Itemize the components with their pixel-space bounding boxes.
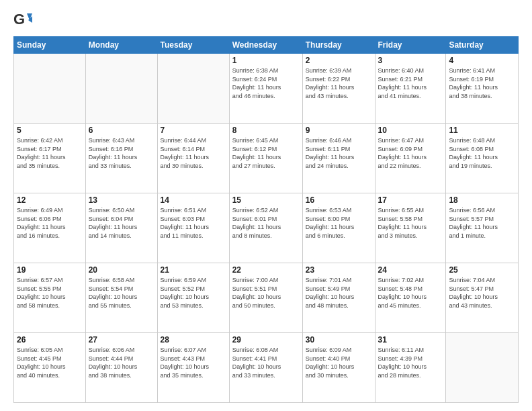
weekday-header-row: SundayMondayTuesdayWednesdayThursdayFrid…	[14, 37, 519, 54]
calendar-cell: 11Sunrise: 6:48 AM Sunset: 6:08 PM Dayli…	[446, 124, 519, 193]
day-number: 13	[89, 195, 154, 205]
calendar-cell: 18Sunrise: 6:56 AM Sunset: 5:57 PM Dayli…	[446, 193, 519, 263]
calendar-cell: 23Sunrise: 7:01 AM Sunset: 5:49 PM Dayli…	[302, 263, 375, 333]
day-info: Sunrise: 6:43 AM Sunset: 6:16 PM Dayligh…	[89, 136, 154, 170]
weekday-header: Thursday	[302, 37, 375, 54]
page-header: G	[13, 11, 519, 30]
calendar-cell	[446, 333, 519, 403]
calendar-cell: 20Sunrise: 6:58 AM Sunset: 5:54 PM Dayli…	[85, 263, 157, 333]
day-info: Sunrise: 6:41 AM Sunset: 6:19 PM Dayligh…	[449, 66, 515, 100]
calendar-cell: 9Sunrise: 6:46 AM Sunset: 6:11 PM Daylig…	[302, 124, 375, 193]
calendar-cell: 17Sunrise: 6:55 AM Sunset: 5:58 PM Dayli…	[375, 193, 446, 263]
day-info: Sunrise: 6:40 AM Sunset: 6:21 PM Dayligh…	[378, 66, 443, 100]
calendar-cell	[14, 54, 86, 124]
day-number: 22	[232, 265, 300, 275]
day-info: Sunrise: 6:07 AM Sunset: 4:43 PM Dayligh…	[161, 346, 226, 379]
day-info: Sunrise: 6:53 AM Sunset: 6:00 PM Dayligh…	[306, 206, 372, 240]
day-number: 15	[232, 195, 300, 205]
calendar-week-row: 19Sunrise: 6:57 AM Sunset: 5:55 PM Dayli…	[14, 263, 519, 333]
weekday-header: Wednesday	[229, 37, 302, 54]
day-number: 19	[17, 265, 83, 275]
calendar-week-row: 5Sunrise: 6:42 AM Sunset: 6:17 PM Daylig…	[14, 124, 519, 193]
day-number: 25	[449, 265, 515, 275]
day-info: Sunrise: 6:49 AM Sunset: 6:06 PM Dayligh…	[17, 206, 83, 240]
day-number: 29	[232, 335, 300, 345]
day-number: 17	[378, 195, 443, 205]
day-number: 2	[306, 56, 372, 65]
day-info: Sunrise: 6:47 AM Sunset: 6:09 PM Dayligh…	[378, 136, 443, 170]
calendar-cell: 10Sunrise: 6:47 AM Sunset: 6:09 PM Dayli…	[375, 124, 446, 193]
svg-text:G: G	[13, 11, 25, 28]
day-info: Sunrise: 7:04 AM Sunset: 5:47 PM Dayligh…	[449, 276, 515, 310]
calendar-cell: 8Sunrise: 6:45 AM Sunset: 6:12 PM Daylig…	[229, 124, 302, 193]
logo: G	[13, 11, 35, 30]
weekday-header: Monday	[85, 37, 157, 54]
calendar-week-row: 26Sunrise: 6:05 AM Sunset: 4:45 PM Dayli…	[14, 333, 519, 403]
day-number: 5	[17, 126, 83, 135]
calendar-cell: 6Sunrise: 6:43 AM Sunset: 6:16 PM Daylig…	[85, 124, 157, 193]
weekday-header: Sunday	[14, 37, 86, 54]
calendar-cell: 15Sunrise: 6:52 AM Sunset: 6:01 PM Dayli…	[229, 193, 302, 263]
day-info: Sunrise: 6:56 AM Sunset: 5:57 PM Dayligh…	[449, 206, 515, 240]
calendar-cell: 12Sunrise: 6:49 AM Sunset: 6:06 PM Dayli…	[14, 193, 86, 263]
calendar-cell: 2Sunrise: 6:39 AM Sunset: 6:22 PM Daylig…	[302, 54, 375, 124]
day-number: 4	[449, 56, 515, 65]
calendar-cell: 25Sunrise: 7:04 AM Sunset: 5:47 PM Dayli…	[446, 263, 519, 333]
calendar-cell: 16Sunrise: 6:53 AM Sunset: 6:00 PM Dayli…	[302, 193, 375, 263]
day-info: Sunrise: 6:50 AM Sunset: 6:04 PM Dayligh…	[89, 206, 154, 240]
day-info: Sunrise: 6:46 AM Sunset: 6:11 PM Dayligh…	[306, 136, 372, 170]
day-info: Sunrise: 6:55 AM Sunset: 5:58 PM Dayligh…	[378, 206, 443, 240]
calendar-week-row: 12Sunrise: 6:49 AM Sunset: 6:06 PM Dayli…	[14, 193, 519, 263]
calendar-cell: 24Sunrise: 7:02 AM Sunset: 5:48 PM Dayli…	[375, 263, 446, 333]
calendar-cell: 29Sunrise: 6:08 AM Sunset: 4:41 PM Dayli…	[229, 333, 302, 403]
day-info: Sunrise: 6:05 AM Sunset: 4:45 PM Dayligh…	[17, 346, 83, 379]
day-number: 20	[89, 265, 154, 275]
day-info: Sunrise: 6:08 AM Sunset: 4:41 PM Dayligh…	[232, 346, 300, 379]
day-number: 9	[306, 126, 372, 135]
day-info: Sunrise: 7:01 AM Sunset: 5:49 PM Dayligh…	[306, 276, 372, 310]
day-info: Sunrise: 6:06 AM Sunset: 4:44 PM Dayligh…	[89, 346, 154, 379]
calendar-cell: 19Sunrise: 6:57 AM Sunset: 5:55 PM Dayli…	[14, 263, 86, 333]
calendar-cell: 13Sunrise: 6:50 AM Sunset: 6:04 PM Dayli…	[85, 193, 157, 263]
day-info: Sunrise: 6:39 AM Sunset: 6:22 PM Dayligh…	[306, 66, 372, 100]
day-number: 14	[161, 195, 226, 205]
calendar-cell: 27Sunrise: 6:06 AM Sunset: 4:44 PM Dayli…	[85, 333, 157, 403]
day-number: 11	[449, 126, 515, 135]
day-number: 31	[378, 335, 443, 345]
calendar-cell: 22Sunrise: 7:00 AM Sunset: 5:51 PM Dayli…	[229, 263, 302, 333]
calendar-cell: 30Sunrise: 6:09 AM Sunset: 4:40 PM Dayli…	[302, 333, 375, 403]
day-info: Sunrise: 6:57 AM Sunset: 5:55 PM Dayligh…	[17, 276, 83, 310]
day-number: 6	[89, 126, 154, 135]
day-number: 7	[161, 126, 226, 135]
calendar-cell: 5Sunrise: 6:42 AM Sunset: 6:17 PM Daylig…	[14, 124, 86, 193]
logo-icon: G	[13, 11, 32, 30]
calendar-cell: 3Sunrise: 6:40 AM Sunset: 6:21 PM Daylig…	[375, 54, 446, 124]
calendar-cell: 1Sunrise: 6:38 AM Sunset: 6:24 PM Daylig…	[229, 54, 302, 124]
calendar-table: SundayMondayTuesdayWednesdayThursdayFrid…	[13, 36, 519, 403]
day-number: 27	[89, 335, 154, 345]
day-info: Sunrise: 6:45 AM Sunset: 6:12 PM Dayligh…	[232, 136, 300, 170]
day-info: Sunrise: 6:52 AM Sunset: 6:01 PM Dayligh…	[232, 206, 300, 240]
day-number: 26	[17, 335, 83, 345]
calendar-cell	[85, 54, 157, 124]
calendar-cell: 31Sunrise: 6:11 AM Sunset: 4:39 PM Dayli…	[375, 333, 446, 403]
day-info: Sunrise: 6:09 AM Sunset: 4:40 PM Dayligh…	[306, 346, 372, 379]
day-number: 24	[378, 265, 443, 275]
day-info: Sunrise: 7:00 AM Sunset: 5:51 PM Dayligh…	[232, 276, 300, 310]
day-number: 30	[306, 335, 372, 345]
day-number: 8	[232, 126, 300, 135]
day-info: Sunrise: 6:11 AM Sunset: 4:39 PM Dayligh…	[378, 346, 443, 379]
day-number: 16	[306, 195, 372, 205]
calendar-cell: 4Sunrise: 6:41 AM Sunset: 6:19 PM Daylig…	[446, 54, 519, 124]
day-info: Sunrise: 6:42 AM Sunset: 6:17 PM Dayligh…	[17, 136, 83, 170]
day-number: 10	[378, 126, 443, 135]
day-info: Sunrise: 6:48 AM Sunset: 6:08 PM Dayligh…	[449, 136, 515, 170]
calendar-cell: 14Sunrise: 6:51 AM Sunset: 6:03 PM Dayli…	[157, 193, 229, 263]
day-number: 12	[17, 195, 83, 205]
day-number: 21	[161, 265, 226, 275]
day-info: Sunrise: 6:59 AM Sunset: 5:52 PM Dayligh…	[161, 276, 226, 310]
day-info: Sunrise: 6:51 AM Sunset: 6:03 PM Dayligh…	[161, 206, 226, 240]
day-number: 23	[306, 265, 372, 275]
day-info: Sunrise: 6:38 AM Sunset: 6:24 PM Dayligh…	[232, 66, 300, 100]
weekday-header: Saturday	[446, 37, 519, 54]
